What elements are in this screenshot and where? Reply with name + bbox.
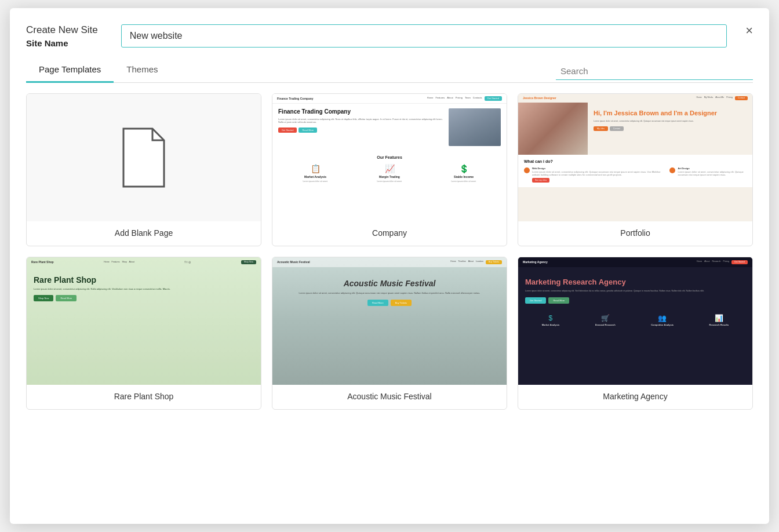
plant-nav-shop: Shop xyxy=(122,261,126,263)
modal-title-group: Create New Site Site Name xyxy=(26,24,98,48)
tab-page-templates[interactable]: Page Templates xyxy=(26,59,114,83)
blank-page-icon xyxy=(118,126,170,190)
search-input[interactable] xyxy=(556,64,753,80)
music-preview: Acoustic Music Festival Home Timeline Ab… xyxy=(272,257,507,385)
plant-preview: Rare Plant Shop Home Features Shop About… xyxy=(27,257,261,385)
portfolio-nav-pricing: Pricing xyxy=(726,96,733,100)
marketing-nav-home: Home xyxy=(697,260,702,264)
company-feat-1: 📋 Market Analysis Lorem ipsum dolor sit … xyxy=(303,164,327,183)
plant-hero-content: Rare Plant Shop Lorem ipsum dolor sit am… xyxy=(27,267,261,308)
portfolio-feat1: Web Design Lorem ipsum dolor sit amet, c… xyxy=(524,167,666,183)
company-hero: Finance Trading Company Lorem ipsum dolo… xyxy=(272,104,507,151)
portfolio-feat1-desc: Lorem ipsum dolor sit amet, consectetur … xyxy=(532,170,666,176)
company-feat3-desc: Lorem ipsum dolor sit amet. xyxy=(451,180,476,183)
marketing-feat2-icon: 🛒 xyxy=(595,314,616,322)
company-nav-features: Features xyxy=(435,96,445,101)
company-feat2-name: Margin Trading xyxy=(379,175,400,178)
tabs-search-bar: Page Templates Themes xyxy=(26,59,753,83)
plant-hero-btns: Shop Now Read More xyxy=(34,295,254,301)
marketing-nav-about: About xyxy=(704,260,709,264)
plant-nav: Rare Plant Shop Home Features Shop About… xyxy=(27,257,261,267)
portfolio-hero-img xyxy=(518,103,588,155)
marketing-features: $ Market Analysis 🛒 Demand Research 👥 Co… xyxy=(518,309,752,331)
plant-nav-social: f t ◎ xyxy=(184,260,191,264)
template-marketing[interactable]: Marketing Agency Home About Research Pri… xyxy=(518,257,753,410)
music-festival-label: Acoustic Music Festival xyxy=(272,385,507,409)
portfolio-hero-btn1: My Jobs xyxy=(594,126,608,131)
marketing-nav-pricing: Pricing xyxy=(723,260,729,264)
marketing-feat3: 👥 Competitor Analysis xyxy=(651,314,674,326)
marketing-nav-brand: Marketing Agency xyxy=(523,260,548,264)
company-nav-brand: Finance Trading Company xyxy=(277,97,314,100)
portfolio-feat1-text: Web Design Lorem ipsum dolor sit amet, c… xyxy=(532,167,666,183)
plant-hero-title: Rare Plant Shop xyxy=(34,276,254,285)
site-name-input[interactable] xyxy=(121,24,727,48)
portfolio-feat2: Art Design Lorem ipsum dolor sit amet, c… xyxy=(669,167,747,183)
plant-social-tw: t xyxy=(187,260,187,264)
modal-title: Create New Site xyxy=(26,24,98,36)
plant-hero-btn1: Shop Now xyxy=(34,295,53,301)
portfolio-hero-title: Hi, I'm Jessica Brown and I'm a Designer xyxy=(594,110,747,117)
tab-themes[interactable]: Themes xyxy=(114,59,170,83)
marketing-feat4-name: Research Results xyxy=(709,323,729,326)
company-hero-title: Finance Trading Company xyxy=(278,108,444,115)
company-nav-contacts: Contacts xyxy=(473,96,482,101)
company-nav-links: Home Features About Pricing Team Contact… xyxy=(427,96,502,101)
marketing-feat2: 🛒 Demand Research xyxy=(595,314,616,326)
portfolio-nav-works: My Works xyxy=(704,96,714,100)
plant-nav-btn: Shop Now xyxy=(241,260,256,264)
portfolio-nav-links: Home My Works About Me Pricing Contact xyxy=(696,96,748,100)
plant-hero-btn2: Read More xyxy=(56,295,77,301)
search-wrap xyxy=(556,64,753,80)
plant-hero-desc: Lorem ipsum dolor sit amet, consectetur … xyxy=(34,287,254,291)
portfolio-hero-text: Hi, I'm Jessica Brown and I'm a Designer… xyxy=(588,103,752,155)
company-nav-team: Team xyxy=(465,96,471,101)
template-blank[interactable]: Add Blank Page xyxy=(26,93,261,246)
template-music-festival[interactable]: Acoustic Music Festival Home Timeline Ab… xyxy=(272,257,507,410)
marketing-feat4: 📊 Research Results xyxy=(709,314,729,326)
music-hero-btn1: Read More xyxy=(367,300,388,306)
company-features-title: Our Features xyxy=(278,155,501,159)
company-hero-btns: Get Started Read More xyxy=(278,127,444,133)
company-feat1-desc: Lorem ipsum dolor sit amet. xyxy=(303,180,327,183)
company-feat2-icon: 📈 xyxy=(385,164,395,173)
marketing-hero-btn1: Get Started xyxy=(525,297,546,304)
marketing-feat4-icon: 📊 xyxy=(709,314,729,322)
company-features: Our Features 📋 Market Analysis Lorem ips… xyxy=(272,151,507,188)
plant-social-fb: f xyxy=(184,260,185,264)
music-hero-btn2: Buy Tickets xyxy=(391,300,412,306)
portfolio-hero-btns: My Jobs Contact xyxy=(594,126,747,131)
plant-nav-links: Home Features Shop About xyxy=(104,261,134,263)
marketing-feat2-name: Demand Research xyxy=(595,323,616,326)
plant-social-ig: ◎ xyxy=(188,260,191,264)
company-nav-home: Home xyxy=(427,96,434,101)
blank-card-content xyxy=(27,94,261,221)
marketing-hero-btn2: Read More xyxy=(548,297,569,304)
marketing-feat3-name: Competitor Analysis xyxy=(651,323,674,326)
plant-nav-about: About xyxy=(129,261,134,263)
company-feat1-icon: 📋 xyxy=(311,164,321,173)
template-plant-shop[interactable]: Rare Plant Shop Home Features Shop About… xyxy=(26,257,261,410)
music-nav-about: About xyxy=(468,260,474,264)
company-hero-desc: Lorem ipsum dolor sit amet, consectetur … xyxy=(278,118,444,124)
blank-label: Add Blank Page xyxy=(27,221,261,246)
marketing-nav-btn: Get Started xyxy=(731,260,748,264)
template-company[interactable]: Finance Trading Company Home Features Ab… xyxy=(272,93,507,246)
template-portfolio[interactable]: Jessica Brown Designer Home My Works Abo… xyxy=(518,93,753,246)
music-nav-location: Location xyxy=(476,260,483,264)
company-feat1-name: Market Analysis xyxy=(304,175,326,178)
music-nav-timeline: Timeline xyxy=(458,260,466,264)
close-button[interactable]: × xyxy=(745,23,753,38)
marketing-hero-desc: Lorem ipsum dolor sit amet, consectetur … xyxy=(525,290,745,293)
company-feat3-icon: 💲 xyxy=(459,164,469,173)
company-nav-about: About xyxy=(447,96,453,101)
company-nav-pricing: Pricing xyxy=(456,96,463,101)
marketing-preview: Marketing Agency Home About Research Pri… xyxy=(518,257,752,385)
marketing-hero-title: Marketing Research Agency xyxy=(525,278,745,287)
portfolio-features: What can i do? Web Design Lorem ipsum do… xyxy=(518,155,752,187)
marketing-feat1: $ Market Analysis xyxy=(542,314,559,326)
plant-shop-label: Rare Plant Shop xyxy=(27,385,261,409)
company-hero-btn2: Read More xyxy=(299,127,317,133)
portfolio-nav-home: Home xyxy=(696,96,701,100)
music-nav-btn: Buy Tickets xyxy=(486,260,502,264)
